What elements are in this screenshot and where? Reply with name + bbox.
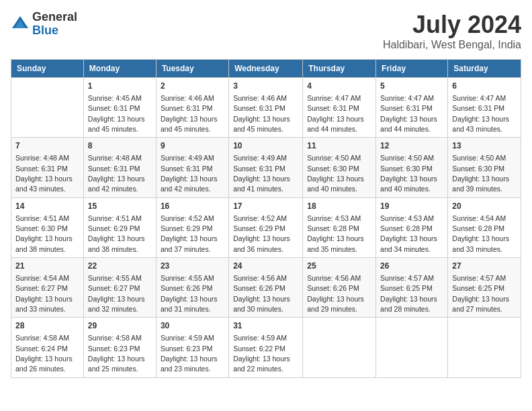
calendar-cell: 12Sunrise: 4:50 AM Sunset: 6:30 PM Dayli… — [376, 138, 448, 197]
calendar-cell: 31Sunrise: 4:59 AM Sunset: 6:22 PM Dayli… — [229, 318, 303, 377]
day-number: 22 — [88, 261, 152, 272]
day-info: Sunrise: 4:56 AM Sunset: 6:26 PM Dayligh… — [307, 274, 364, 313]
header-wednesday: Wednesday — [229, 60, 303, 78]
day-number: 31 — [233, 320, 298, 332]
day-info: Sunrise: 4:53 AM Sunset: 6:28 PM Dayligh… — [307, 214, 364, 253]
day-info: Sunrise: 4:56 AM Sunset: 6:26 PM Dayligh… — [233, 274, 290, 313]
day-number: 14 — [15, 201, 79, 212]
calendar-cell: 4Sunrise: 4:47 AM Sunset: 6:31 PM Daylig… — [303, 78, 376, 138]
day-number: 24 — [233, 261, 298, 272]
calendar-cell: 14Sunrise: 4:51 AM Sunset: 6:30 PM Dayli… — [11, 197, 84, 257]
calendar-cell: 28Sunrise: 4:58 AM Sunset: 6:24 PM Dayli… — [11, 318, 84, 377]
page-header: General Blue July 2024 Haldibari, West B… — [11, 11, 521, 51]
day-info: Sunrise: 4:47 AM Sunset: 6:31 PM Dayligh… — [380, 94, 437, 133]
day-number: 23 — [161, 261, 224, 272]
calendar-cell: 21Sunrise: 4:54 AM Sunset: 6:27 PM Dayli… — [11, 258, 84, 318]
logo-text: General Blue — [32, 11, 77, 38]
day-info: Sunrise: 4:47 AM Sunset: 6:31 PM Dayligh… — [307, 94, 364, 133]
calendar-cell: 13Sunrise: 4:50 AM Sunset: 6:30 PM Dayli… — [448, 138, 521, 197]
location-title: Haldibari, West Bengal, India — [383, 39, 521, 51]
day-number: 19 — [380, 201, 443, 212]
day-info: Sunrise: 4:51 AM Sunset: 6:29 PM Dayligh… — [88, 214, 145, 253]
calendar-cell — [11, 78, 84, 138]
calendar-header-row: SundayMondayTuesdayWednesdayThursdayFrid… — [11, 60, 521, 78]
day-info: Sunrise: 4:55 AM Sunset: 6:26 PM Dayligh… — [161, 274, 218, 313]
day-number: 12 — [380, 140, 443, 152]
day-info: Sunrise: 4:59 AM Sunset: 6:22 PM Dayligh… — [233, 334, 290, 373]
calendar-cell: 3Sunrise: 4:46 AM Sunset: 6:31 PM Daylig… — [229, 78, 303, 138]
calendar-cell: 30Sunrise: 4:59 AM Sunset: 6:23 PM Dayli… — [156, 318, 228, 377]
calendar-cell: 22Sunrise: 4:55 AM Sunset: 6:27 PM Dayli… — [83, 258, 156, 318]
title-block: July 2024 Haldibari, West Bengal, India — [383, 11, 521, 51]
day-number: 11 — [307, 140, 371, 152]
day-number: 1 — [88, 81, 152, 92]
day-number: 21 — [15, 261, 79, 272]
month-title: July 2024 — [383, 11, 521, 39]
header-friday: Friday — [376, 60, 448, 78]
calendar-cell — [448, 318, 521, 377]
day-info: Sunrise: 4:45 AM Sunset: 6:31 PM Dayligh… — [88, 94, 145, 133]
calendar-table: SundayMondayTuesdayWednesdayThursdayFrid… — [11, 59, 521, 378]
day-info: Sunrise: 4:47 AM Sunset: 6:31 PM Dayligh… — [452, 94, 509, 133]
day-info: Sunrise: 4:50 AM Sunset: 6:30 PM Dayligh… — [380, 154, 437, 193]
day-info: Sunrise: 4:52 AM Sunset: 6:29 PM Dayligh… — [161, 214, 218, 253]
day-info: Sunrise: 4:58 AM Sunset: 6:23 PM Dayligh… — [88, 334, 145, 373]
day-info: Sunrise: 4:48 AM Sunset: 6:31 PM Dayligh… — [88, 154, 145, 193]
day-number: 16 — [161, 201, 224, 212]
day-number: 30 — [161, 320, 224, 332]
day-number: 9 — [161, 140, 224, 152]
day-info: Sunrise: 4:46 AM Sunset: 6:31 PM Dayligh… — [233, 94, 290, 133]
day-info: Sunrise: 4:53 AM Sunset: 6:28 PM Dayligh… — [380, 214, 437, 253]
calendar-cell: 1Sunrise: 4:45 AM Sunset: 6:31 PM Daylig… — [83, 78, 156, 138]
day-info: Sunrise: 4:50 AM Sunset: 6:30 PM Dayligh… — [452, 154, 509, 193]
day-info: Sunrise: 4:49 AM Sunset: 6:31 PM Dayligh… — [233, 154, 290, 193]
day-number: 18 — [307, 201, 371, 212]
day-number: 13 — [452, 140, 517, 152]
day-number: 20 — [452, 201, 517, 212]
day-info: Sunrise: 4:52 AM Sunset: 6:29 PM Dayligh… — [233, 214, 290, 253]
calendar-cell: 25Sunrise: 4:56 AM Sunset: 6:26 PM Dayli… — [303, 258, 376, 318]
calendar-cell: 2Sunrise: 4:46 AM Sunset: 6:31 PM Daylig… — [156, 78, 228, 138]
calendar-cell: 19Sunrise: 4:53 AM Sunset: 6:28 PM Dayli… — [376, 197, 448, 257]
day-info: Sunrise: 4:54 AM Sunset: 6:27 PM Dayligh… — [15, 274, 73, 313]
day-info: Sunrise: 4:55 AM Sunset: 6:27 PM Dayligh… — [88, 274, 145, 313]
calendar-cell: 29Sunrise: 4:58 AM Sunset: 6:23 PM Dayli… — [83, 318, 156, 377]
header-saturday: Saturday — [448, 60, 521, 78]
header-tuesday: Tuesday — [156, 60, 228, 78]
day-info: Sunrise: 4:49 AM Sunset: 6:31 PM Dayligh… — [161, 154, 218, 193]
day-number: 8 — [88, 140, 152, 152]
day-info: Sunrise: 4:57 AM Sunset: 6:25 PM Dayligh… — [380, 274, 437, 313]
calendar-cell: 18Sunrise: 4:53 AM Sunset: 6:28 PM Dayli… — [303, 197, 376, 257]
day-number: 29 — [88, 320, 152, 332]
day-number: 26 — [380, 261, 443, 272]
week-row-2: 7Sunrise: 4:48 AM Sunset: 6:31 PM Daylig… — [11, 138, 521, 197]
week-row-1: 1Sunrise: 4:45 AM Sunset: 6:31 PM Daylig… — [11, 78, 521, 138]
logo-general: General — [32, 11, 77, 24]
day-info: Sunrise: 4:58 AM Sunset: 6:24 PM Dayligh… — [15, 334, 73, 373]
week-row-3: 14Sunrise: 4:51 AM Sunset: 6:30 PM Dayli… — [11, 197, 521, 257]
logo-blue: Blue — [32, 24, 77, 38]
calendar-cell: 9Sunrise: 4:49 AM Sunset: 6:31 PM Daylig… — [156, 138, 228, 197]
day-number: 15 — [88, 201, 152, 212]
header-thursday: Thursday — [303, 60, 376, 78]
day-number: 4 — [307, 81, 371, 92]
day-info: Sunrise: 4:48 AM Sunset: 6:31 PM Dayligh… — [15, 154, 73, 193]
day-info: Sunrise: 4:57 AM Sunset: 6:25 PM Dayligh… — [452, 274, 509, 313]
day-info: Sunrise: 4:50 AM Sunset: 6:30 PM Dayligh… — [307, 154, 364, 193]
calendar-cell: 16Sunrise: 4:52 AM Sunset: 6:29 PM Dayli… — [156, 197, 228, 257]
calendar-cell: 10Sunrise: 4:49 AM Sunset: 6:31 PM Dayli… — [229, 138, 303, 197]
day-number: 28 — [15, 320, 79, 332]
header-monday: Monday — [83, 60, 156, 78]
week-row-5: 28Sunrise: 4:58 AM Sunset: 6:24 PM Dayli… — [11, 318, 521, 377]
calendar-cell: 24Sunrise: 4:56 AM Sunset: 6:26 PM Dayli… — [229, 258, 303, 318]
logo: General Blue — [11, 11, 77, 38]
calendar-cell: 6Sunrise: 4:47 AM Sunset: 6:31 PM Daylig… — [448, 78, 521, 138]
day-info: Sunrise: 4:59 AM Sunset: 6:23 PM Dayligh… — [161, 334, 218, 373]
day-info: Sunrise: 4:51 AM Sunset: 6:30 PM Dayligh… — [15, 214, 73, 253]
calendar-cell: 5Sunrise: 4:47 AM Sunset: 6:31 PM Daylig… — [376, 78, 448, 138]
day-number: 5 — [380, 81, 443, 92]
calendar-cell: 15Sunrise: 4:51 AM Sunset: 6:29 PM Dayli… — [83, 197, 156, 257]
day-info: Sunrise: 4:54 AM Sunset: 6:28 PM Dayligh… — [452, 214, 509, 253]
calendar-cell: 11Sunrise: 4:50 AM Sunset: 6:30 PM Dayli… — [303, 138, 376, 197]
calendar-cell: 27Sunrise: 4:57 AM Sunset: 6:25 PM Dayli… — [448, 258, 521, 318]
